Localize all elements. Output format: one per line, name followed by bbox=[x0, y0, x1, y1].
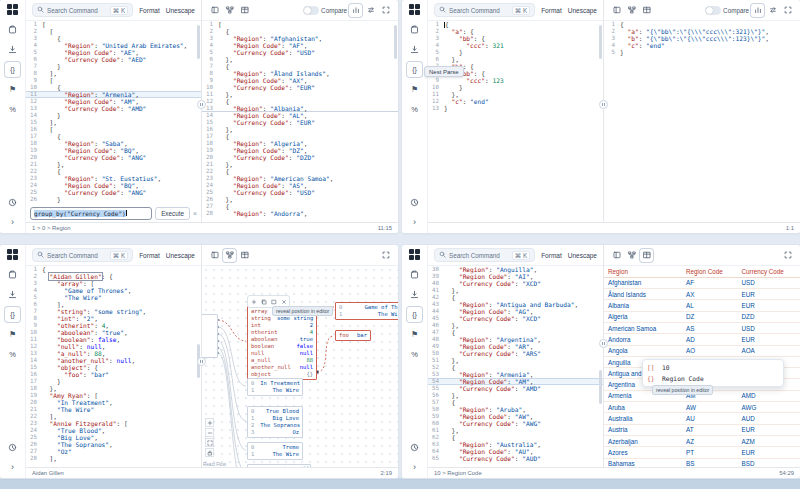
breadcrumb[interactable]: 1 > 0 > Region bbox=[32, 225, 71, 231]
graph-view-button[interactable] bbox=[625, 249, 638, 262]
split-resize-handle[interactable] bbox=[197, 357, 206, 366]
graph-node[interactable]: foobar bbox=[335, 330, 371, 341]
table-view-button[interactable] bbox=[640, 249, 653, 262]
compare-toggle[interactable] bbox=[705, 6, 721, 15]
split-resize-handle[interactable] bbox=[599, 339, 608, 348]
table-row[interactable]: BahamasBSBSD bbox=[604, 458, 800, 467]
graph-node-selected[interactable]: arraystringsome stringint2otherint4abool… bbox=[247, 306, 317, 380]
lock-button[interactable] bbox=[205, 448, 214, 457]
sidebar-collapse-button[interactable]: › bbox=[5, 460, 20, 475]
table-row[interactable]: AustriaATEUR bbox=[604, 424, 800, 435]
sidebar-nest-parse-button[interactable]: % bbox=[5, 102, 20, 117]
json-editor-left[interactable]: 38 "Region": "Anguilla",39 "Region Code"… bbox=[428, 266, 603, 467]
graph-node[interactable]: 0Treme1The Wire bbox=[247, 442, 303, 460]
json-editor-right[interactable]: 1[2 {3 "Region": "Afghanistan",4 "Region… bbox=[202, 21, 398, 222]
breadcrumb[interactable]: 10 > Region Code bbox=[434, 470, 482, 476]
expand-button[interactable] bbox=[379, 249, 392, 262]
sidebar-nest-parse-button[interactable]: % bbox=[407, 347, 422, 362]
plus-button[interactable] bbox=[205, 418, 214, 427]
sidebar-export-button[interactable] bbox=[407, 42, 422, 57]
json-editor-left[interactable]: 1[2 [3 {4 "Region": "United Arab Emirate… bbox=[26, 21, 201, 222]
sidebar-history-button[interactable] bbox=[407, 195, 422, 210]
table-view-button[interactable] bbox=[640, 4, 653, 17]
graph-view-button[interactable] bbox=[223, 4, 236, 17]
split-resize-handle[interactable] bbox=[197, 100, 206, 109]
column-header[interactable]: Region Code bbox=[682, 266, 738, 277]
sidebar-collapse-button[interactable]: › bbox=[407, 460, 422, 475]
sidebar-export-button[interactable] bbox=[407, 287, 422, 302]
scrollbar-thumb[interactable] bbox=[599, 370, 602, 404]
box-button[interactable] bbox=[269, 297, 278, 306]
json-editor-left[interactable]: 1{2 "a": {3 "bb": {4 "ccc": 3215 }6 },7 … bbox=[428, 21, 603, 222]
sidebar-import-button[interactable] bbox=[5, 22, 20, 37]
sidebar-history-button[interactable] bbox=[5, 195, 20, 210]
column-header[interactable]: Region bbox=[604, 266, 682, 277]
table-row[interactable]: Åland IslandsAXEUR bbox=[604, 289, 800, 300]
execute-button[interactable]: Execute bbox=[155, 207, 190, 220]
sidebar-import-button[interactable] bbox=[407, 22, 422, 37]
graph-view-button[interactable] bbox=[223, 249, 236, 262]
json-editor-right[interactable]: 1{2 "a": "{\"bb\":\"{\\\"ccc\\\":321}\"}… bbox=[604, 21, 800, 222]
graph-node[interactable]: 0In Treatment1The Wire bbox=[247, 378, 303, 396]
sidebar-import-button[interactable] bbox=[5, 267, 20, 282]
table-row[interactable]: AlbaniaALEUR bbox=[604, 300, 800, 311]
text-view-button[interactable] bbox=[208, 4, 221, 17]
copy-button[interactable] bbox=[259, 297, 268, 306]
command-input[interactable]: group_by("Currency Code") bbox=[30, 207, 152, 220]
minus-button[interactable] bbox=[205, 428, 214, 437]
sidebar-flag-button[interactable]: ⚑ bbox=[5, 82, 20, 97]
graph-canvas[interactable]: arraystringsome stringint2otherint4abool… bbox=[202, 266, 398, 467]
expand-button[interactable] bbox=[781, 4, 794, 17]
format-button[interactable]: Format bbox=[541, 252, 562, 259]
table-row[interactable]: AngolaAOAOA bbox=[604, 345, 800, 356]
sidebar-history-button[interactable] bbox=[407, 440, 422, 455]
graph-view-button[interactable] bbox=[625, 4, 638, 17]
column-header[interactable]: Currency Code bbox=[738, 266, 800, 277]
plus-button[interactable] bbox=[249, 297, 258, 306]
json-editor-left[interactable]: 1{2 "Aidan Gillen": {3 "array": [4 "Game… bbox=[26, 266, 201, 467]
table-row[interactable]: AlgeriaDZDZD bbox=[604, 311, 800, 322]
sidebar-flag-button[interactable]: ⚑ bbox=[5, 327, 20, 342]
sidebar-format-button[interactable]: {} bbox=[5, 307, 20, 322]
format-button[interactable]: Format bbox=[139, 7, 160, 14]
table-row[interactable]: AndorraADEUR bbox=[604, 334, 800, 345]
text-view-button[interactable] bbox=[208, 249, 221, 262]
sidebar-export-button[interactable] bbox=[5, 42, 20, 57]
search-input[interactable]: Search Command⌘ K bbox=[32, 3, 133, 17]
text-view-button[interactable] bbox=[610, 4, 623, 17]
sidebar-format-button[interactable]: {} bbox=[5, 62, 20, 77]
scrollbar-thumb[interactable] bbox=[599, 25, 602, 59]
close-button[interactable] bbox=[279, 297, 288, 306]
table-row[interactable]: AzoresPTEUR bbox=[604, 447, 800, 458]
unescape-button[interactable]: Unescape bbox=[568, 252, 597, 259]
expand-button[interactable] bbox=[379, 4, 392, 17]
sidebar-export-button[interactable] bbox=[5, 287, 20, 302]
sidebar-nest-parse-button[interactable]: % bbox=[5, 347, 20, 362]
format-button[interactable]: Format bbox=[139, 252, 160, 259]
graph-node[interactable]: 0Game of Thr1The Wir bbox=[335, 302, 398, 320]
table-view-button[interactable] bbox=[238, 4, 251, 17]
sidebar-history-button[interactable] bbox=[5, 440, 20, 455]
graph-node[interactable]: 0True Blood1Big Love2The Sopranos3Oz bbox=[247, 406, 303, 438]
sidebar-flag-button[interactable]: ⚑ bbox=[407, 327, 422, 342]
split-resize-handle[interactable] bbox=[599, 100, 608, 109]
table-view-button[interactable] bbox=[238, 249, 251, 262]
expand-button[interactable] bbox=[781, 249, 794, 262]
sidebar-import-button[interactable] bbox=[407, 267, 422, 282]
chart-button[interactable] bbox=[751, 4, 764, 17]
sidebar-collapse-button[interactable]: › bbox=[5, 215, 20, 230]
scrollbar-thumb[interactable] bbox=[197, 25, 200, 59]
swap-button[interactable] bbox=[766, 4, 779, 17]
popup-item[interactable]: {}Region Code bbox=[647, 373, 779, 384]
search-input[interactable]: Search Command⌘ K bbox=[32, 248, 133, 262]
format-button[interactable]: Format bbox=[541, 7, 562, 14]
swap-button[interactable] bbox=[364, 4, 377, 17]
text-view-button[interactable] bbox=[610, 249, 623, 262]
compare-toggle[interactable] bbox=[303, 6, 319, 15]
scrollbar-thumb[interactable] bbox=[394, 25, 397, 59]
search-input[interactable]: Search Command⌘ K bbox=[434, 3, 535, 17]
table-row[interactable]: ArubaAWAWG bbox=[604, 402, 800, 413]
sidebar-flag-button[interactable]: ⚑ bbox=[407, 82, 422, 97]
sidebar-collapse-button[interactable]: › bbox=[407, 215, 422, 230]
unescape-button[interactable]: Unescape bbox=[568, 7, 597, 14]
